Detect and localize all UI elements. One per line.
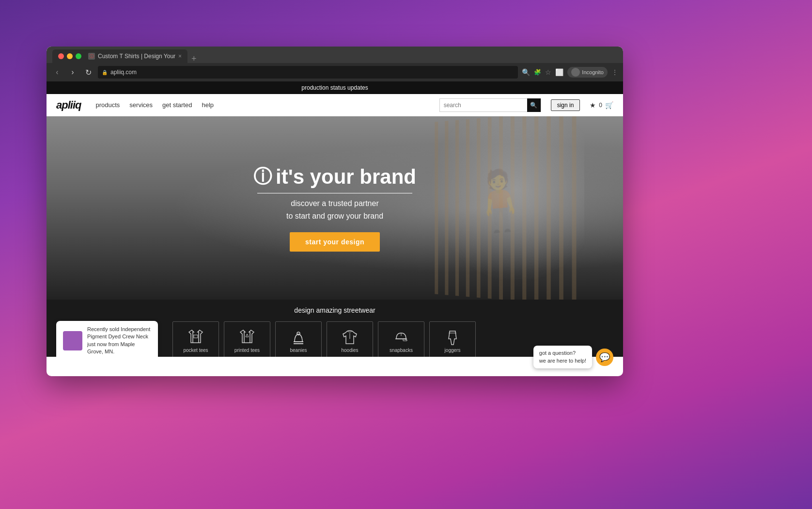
chat-line1: got a question? <box>539 350 586 357</box>
more-options-icon[interactable]: ⋮ <box>611 68 618 76</box>
recently-sold-image <box>63 331 82 350</box>
snapbacks-label: snapbacks <box>390 348 413 353</box>
bottom-title: design amazing streetwear <box>56 306 613 314</box>
pocket-tees-icon <box>187 328 204 346</box>
hero-cta-button[interactable]: start your design <box>290 232 380 252</box>
bookmark-icon[interactable]: ☆ <box>545 68 551 76</box>
hero-title-text: it's your brand <box>276 165 416 189</box>
product-printed-tees[interactable]: printed tees <box>224 321 270 357</box>
nav-products[interactable]: products <box>95 101 120 109</box>
sign-in-button[interactable]: sign in <box>551 99 580 111</box>
chat-line2: we are here to help! <box>539 357 586 365</box>
hero-title: ⓘ it's your brand <box>253 164 416 189</box>
printed-tees-icon <box>238 328 256 346</box>
joggers-label: joggers <box>445 348 461 353</box>
svg-rect-0 <box>194 335 198 338</box>
tab-close-button[interactable]: × <box>178 53 182 60</box>
url-text: apliiq.com <box>110 69 137 76</box>
forward-button[interactable]: › <box>67 68 78 77</box>
top-banner: production status updates <box>47 81 623 94</box>
close-button[interactable] <box>58 53 64 59</box>
extensions-icon[interactable]: 🧩 <box>534 69 541 76</box>
beanies-label: beanies <box>290 348 307 353</box>
product-beanies[interactable]: beanies <box>275 321 322 357</box>
beanies-icon <box>290 328 307 346</box>
hero-section: 🧍 ⓘ it's your brand discover a trusted p… <box>47 116 623 300</box>
hoodies-icon <box>341 328 359 346</box>
hero-person-area: 🧍 <box>415 116 584 300</box>
sidebar-icon[interactable]: ⬜ <box>555 68 563 76</box>
product-joggers[interactable]: joggers <box>429 321 476 357</box>
site-nav: apliiq products services get started hel… <box>47 94 623 116</box>
search-toolbar-icon[interactable]: 🔍 <box>522 68 530 76</box>
reload-button[interactable]: ↻ <box>82 68 94 77</box>
nav-get-started[interactable]: get started <box>162 101 192 109</box>
chat-bubble: got a question? we are here to help! <box>533 346 592 368</box>
tab-favicon: ⓘ <box>88 53 95 60</box>
svg-marker-1 <box>246 334 249 337</box>
traffic-lights <box>58 53 81 59</box>
tab-bar: ⓘ Custom T Shirts | Design Your × + <box>47 47 623 63</box>
search-button[interactable]: 🔍 <box>527 98 541 112</box>
hero-subtitle-line2: to start and grow your brand <box>286 212 383 220</box>
chat-widget: got a question? we are here to help! 💬 <box>533 346 613 368</box>
product-hoodies[interactable]: hoodies <box>327 321 373 357</box>
incognito-label: Incognito <box>582 69 604 75</box>
nav-services[interactable]: services <box>129 101 153 109</box>
product-snapbacks[interactable]: snapbacks <box>378 321 424 357</box>
printed-tees-label: printed tees <box>234 348 260 353</box>
website-content: production status updates apliiq product… <box>47 81 623 357</box>
browser-tab[interactable]: ⓘ Custom T Shirts | Design Your × <box>52 49 187 63</box>
lock-icon: 🔒 <box>102 70 108 75</box>
nav-icons: ★ 0 🛒 <box>590 101 613 109</box>
hero-subtitle: discover a trusted partner to start and … <box>253 197 416 222</box>
site-logo[interactable]: apliiq <box>56 99 81 111</box>
toolbar-icons: 🔍 🧩 ☆ ⬜ <box>522 68 563 76</box>
address-bar-row: ‹ › ↻ 🔒 apliiq.com 🔍 🧩 ☆ ⬜ Incognito ⋮ <box>47 63 623 81</box>
browser-window: ⓘ Custom T Shirts | Design Your × + ‹ › … <box>47 47 623 376</box>
cart-count: 0 <box>599 102 602 109</box>
snapbacks-icon <box>392 328 410 346</box>
maximize-button[interactable] <box>76 53 81 59</box>
wishlist-icon[interactable]: ★ <box>590 101 596 109</box>
chat-open-button[interactable]: 💬 <box>596 349 613 366</box>
tab-title: Custom T Shirts | Design Your <box>98 53 175 60</box>
nav-help[interactable]: help <box>202 101 214 109</box>
back-button[interactable]: ‹ <box>51 68 63 77</box>
bottom-row: Recently sold Independent Pigment Dyed C… <box>56 321 613 357</box>
minimize-button[interactable] <box>67 53 73 59</box>
incognito-avatar <box>571 68 580 77</box>
chat-icon-symbol: 💬 <box>599 352 610 363</box>
address-bar[interactable]: 🔒 apliiq.com <box>98 66 518 79</box>
svg-point-4 <box>297 332 300 335</box>
new-tab-button[interactable]: + <box>191 54 197 63</box>
joggers-icon <box>444 328 461 346</box>
banner-text: production status updates <box>301 84 368 91</box>
product-pocket-tees[interactable]: pocket tees <box>172 321 219 357</box>
hero-content: ⓘ it's your brand discover a trusted par… <box>253 164 416 251</box>
recently-sold-popup: Recently sold Independent Pigment Dyed C… <box>56 321 158 357</box>
hero-exclaim-icon: ⓘ <box>253 164 272 189</box>
search-input[interactable] <box>440 102 527 109</box>
hero-divider <box>257 193 412 193</box>
recently-sold-text: Recently sold Independent Pigment Dyed C… <box>87 326 151 356</box>
hoodies-label: hoodies <box>341 348 358 353</box>
incognito-badge: Incognito <box>567 67 608 78</box>
cart-icon[interactable]: 🛒 <box>605 101 613 109</box>
hero-subtitle-line1: discover a trusted partner <box>291 199 378 207</box>
pocket-tees-label: pocket tees <box>183 348 208 353</box>
